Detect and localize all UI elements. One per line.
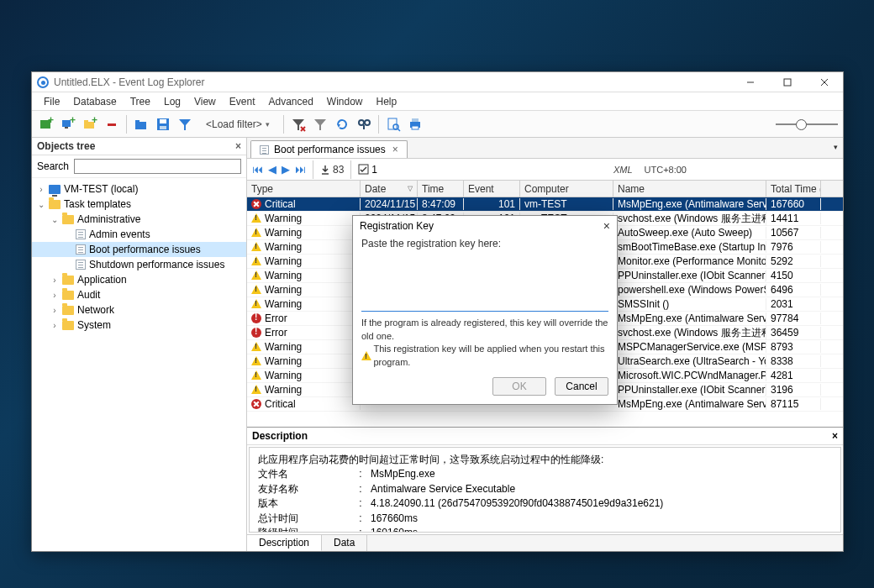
objects-tree-header: Objects tree xyxy=(37,140,95,152)
tree-system[interactable]: ›System xyxy=(32,318,246,333)
menu-log[interactable]: Log xyxy=(159,94,186,109)
new-folder-icon[interactable]: + xyxy=(81,115,99,134)
col-computer-header[interactable]: Computer xyxy=(520,181,613,197)
svg-rect-14 xyxy=(135,120,140,123)
menu-advanced[interactable]: Advanced xyxy=(263,94,318,109)
filter-icon[interactable] xyxy=(176,115,194,134)
refresh-icon[interactable] xyxy=(333,115,351,134)
zoom-slider[interactable] xyxy=(776,123,838,125)
description-body[interactable]: 此应用程序启动花费的时间超过正常时间，这导致系统启动过程中的性能降级: 文件名:… xyxy=(249,447,841,533)
folder-icon xyxy=(49,200,61,209)
registration-dialog: Registration Key × Paste the registratio… xyxy=(352,215,618,405)
tree-admin-events[interactable]: Admin events xyxy=(32,227,246,242)
tab-dropdown-icon[interactable]: ▾ xyxy=(834,143,838,151)
warn-icon xyxy=(251,242,261,252)
new-monitor-icon[interactable]: + xyxy=(59,115,77,134)
tab-boot-perf[interactable]: Boot performance issues × xyxy=(250,140,408,158)
log-sub-toolbar: ⏮ ◀ ▶ ⏭ 83 1 XML UTC+8:00 xyxy=(247,159,843,181)
col-event-header[interactable]: Event xyxy=(464,181,520,197)
remove-icon[interactable] xyxy=(103,115,121,134)
nav-next-icon[interactable]: ▶ xyxy=(282,163,290,176)
svg-rect-35 xyxy=(359,165,368,174)
clear-filter-icon[interactable] xyxy=(289,115,308,134)
window-title: Untitled.ELX - Event Log Explorer xyxy=(54,76,204,88)
menu-file[interactable]: File xyxy=(39,94,65,109)
maximize-button[interactable] xyxy=(769,72,806,92)
tree-administrative[interactable]: ⌄Administrative xyxy=(32,212,246,227)
err-icon xyxy=(251,313,261,323)
svg-marker-23 xyxy=(337,124,340,128)
table-row[interactable]: Critical2024/11/158:47:09101vm-TESTMsMpE… xyxy=(247,197,843,212)
folder-icon xyxy=(62,321,74,330)
menu-help[interactable]: Help xyxy=(371,94,403,109)
dialog-ok-button[interactable]: OK xyxy=(492,377,546,396)
warn-icon xyxy=(251,356,261,366)
nav-prev-icon[interactable]: ◀ xyxy=(268,163,276,176)
warn-icon xyxy=(251,370,261,381)
menu-view[interactable]: View xyxy=(189,94,221,109)
print-icon[interactable] xyxy=(406,115,424,134)
save-icon[interactable] xyxy=(154,115,172,134)
minimize-button[interactable] xyxy=(732,72,769,92)
registration-key-input[interactable] xyxy=(361,255,608,312)
search-label: Search xyxy=(37,160,69,172)
app-icon xyxy=(37,76,49,88)
desc-tab-data[interactable]: Data xyxy=(322,535,367,551)
folder-icon xyxy=(62,306,74,315)
svg-rect-1 xyxy=(784,79,791,86)
filter-off-icon[interactable] xyxy=(311,115,329,134)
download-count[interactable]: 83 xyxy=(320,164,344,176)
tree-search-input[interactable] xyxy=(74,159,241,174)
crit-icon xyxy=(251,199,261,209)
tree-task-templates[interactable]: ⌄Task templates xyxy=(32,197,246,212)
dialog-close-icon[interactable]: × xyxy=(603,219,610,233)
svg-rect-13 xyxy=(135,122,146,129)
objects-tree[interactable]: ›VM-TEST (local) ⌄Task templates ⌄Admini… xyxy=(32,178,246,551)
menu-event[interactable]: Event xyxy=(224,94,261,109)
svg-rect-7 xyxy=(65,127,68,129)
close-button[interactable] xyxy=(806,72,843,92)
page-find-icon[interactable] xyxy=(384,115,403,134)
tree-shutdown-perf[interactable]: Shutdown performance issues xyxy=(32,257,246,272)
desc-tab-description[interactable]: Description xyxy=(247,535,322,551)
search-icon[interactable] xyxy=(355,115,373,134)
log-icon xyxy=(76,244,86,255)
tab-close-icon[interactable]: × xyxy=(392,144,398,155)
col-total-header[interactable]: Total Time (m xyxy=(766,181,821,197)
folder-icon xyxy=(62,291,74,300)
checked-count[interactable]: 1 xyxy=(358,164,377,176)
warn-icon xyxy=(251,256,261,266)
objects-tree-close-icon[interactable]: × xyxy=(235,140,241,152)
open-folder-icon[interactable] xyxy=(132,115,150,134)
tree-application[interactable]: ›Application xyxy=(32,272,246,287)
new-green-icon[interactable]: + xyxy=(37,115,55,134)
folder-icon xyxy=(62,215,74,224)
tree-vm-test[interactable]: ›VM-TEST (local) xyxy=(32,181,246,197)
svg-rect-33 xyxy=(412,126,419,129)
main-toolbar: + + + <Load filter>▾ xyxy=(32,111,843,138)
titlebar[interactable]: Untitled.ELX - Event Log Explorer xyxy=(32,72,843,92)
col-time-header[interactable]: Time xyxy=(418,181,464,197)
menu-database[interactable]: Database xyxy=(68,94,121,109)
col-date-header[interactable]: Date▽ xyxy=(361,181,418,197)
menubar: File Database Tree Log View Event Advanc… xyxy=(32,92,843,111)
xml-toggle[interactable]: XML xyxy=(613,165,633,175)
description-close-icon[interactable]: × xyxy=(832,430,838,442)
menu-tree[interactable]: Tree xyxy=(125,94,155,109)
dialog-cancel-button[interactable]: Cancel xyxy=(555,377,608,396)
svg-rect-10 xyxy=(84,120,88,123)
col-name-header[interactable]: Name xyxy=(613,181,766,197)
load-filter-dropdown[interactable]: <Load filter>▾ xyxy=(201,118,275,131)
nav-first-icon[interactable]: ⏮ xyxy=(252,163,263,176)
log-icon xyxy=(260,145,269,155)
col-type-header[interactable]: Type xyxy=(247,181,361,197)
tree-audit[interactable]: ›Audit xyxy=(32,287,246,302)
menu-window[interactable]: Window xyxy=(322,94,368,109)
dialog-title: Registration Key xyxy=(360,220,434,232)
warn-icon xyxy=(251,299,261,309)
tree-network[interactable]: ›Network xyxy=(32,302,246,318)
timezone-label[interactable]: UTC+8:00 xyxy=(645,165,687,175)
tree-boot-perf[interactable]: Boot performance issues xyxy=(32,242,246,257)
warn-icon xyxy=(251,285,261,295)
nav-last-icon[interactable]: ⏭ xyxy=(295,163,306,176)
